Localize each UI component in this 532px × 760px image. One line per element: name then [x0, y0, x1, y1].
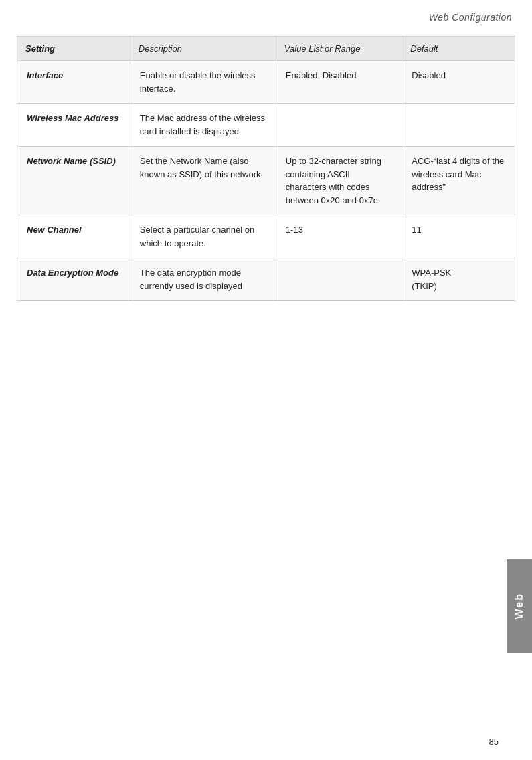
table-row: Data Encryption ModeThe data encryption … [17, 258, 515, 301]
cell-default [402, 104, 515, 147]
cell-description: The data encryption mode currently used … [130, 258, 276, 301]
cell-description: The Mac address of the wireless card ins… [130, 104, 276, 147]
main-table-container: Setting Description Value List or Range … [17, 36, 515, 301]
table-row: Network Name (SSID)Set the Network Name … [17, 147, 515, 215]
cell-value [276, 258, 402, 301]
table-row: Wireless Mac AddressThe Mac address of t… [17, 104, 515, 147]
cell-default: 11 [402, 215, 515, 258]
table-row: New ChannelSelect a particular channel o… [17, 215, 515, 258]
header-description: Description [130, 37, 276, 61]
cell-description: Set the Network Name (also known as SSID… [130, 147, 276, 215]
cell-setting: Data Encryption Mode [17, 258, 130, 301]
cell-value: 1-13 [276, 215, 402, 258]
side-tab-label: Web [513, 593, 525, 619]
cell-default: ACG-“last 4 digits of the wireless card … [402, 147, 515, 215]
header-value: Value List or Range [276, 37, 402, 61]
cell-value: Enabled, Disabled [276, 61, 402, 104]
page-title: Web Configuration [0, 0, 532, 29]
cell-value [276, 104, 402, 147]
cell-default: WPA-PSK(TKIP) [402, 258, 515, 301]
header-default: Default [402, 37, 515, 61]
side-tab: Web [507, 559, 532, 653]
page-number: 85 [489, 737, 499, 747]
cell-setting: Interface [17, 61, 130, 104]
table-row: InterfaceEnable or disable the wireless … [17, 61, 515, 104]
cell-setting: New Channel [17, 215, 130, 258]
settings-table: Setting Description Value List or Range … [17, 36, 515, 301]
cell-description: Enable or disable the wireless interface… [130, 61, 276, 104]
cell-description: Select a particular channel on which to … [130, 215, 276, 258]
cell-setting: Wireless Mac Address [17, 104, 130, 147]
table-header-row: Setting Description Value List or Range … [17, 37, 515, 61]
header-setting: Setting [17, 37, 130, 61]
cell-default: Disabled [402, 61, 515, 104]
cell-setting: Network Name (SSID) [17, 147, 130, 215]
cell-value: Up to 32-character string containing ASC… [276, 147, 402, 215]
